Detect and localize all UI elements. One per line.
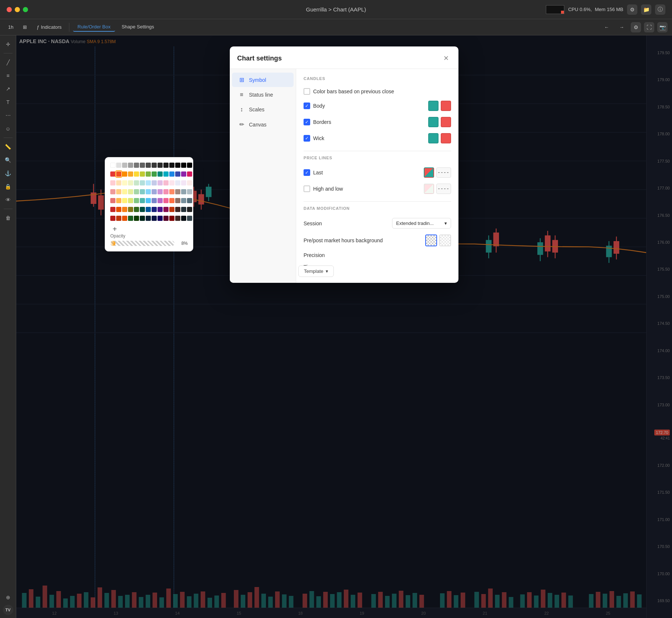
color-cell[interactable] — [175, 207, 180, 212]
minimize-button[interactable] — [15, 7, 20, 12]
layers-tool[interactable]: ⊕ — [2, 591, 14, 603]
color-cell[interactable] — [122, 163, 127, 168]
nav-item-canvas[interactable]: ✏ Canvas — [232, 117, 294, 132]
color-cell[interactable] — [128, 198, 133, 203]
color-cell[interactable] — [116, 216, 121, 221]
color-cell[interactable] — [187, 198, 192, 203]
color-cell[interactable] — [116, 189, 121, 194]
color-cell-selected[interactable] — [116, 171, 121, 177]
color-cell[interactable] — [128, 171, 133, 177]
magnifier-tool[interactable]: 🔍 — [2, 154, 14, 166]
color-cell[interactable] — [175, 198, 180, 203]
settings-icon[interactable]: ⚙ — [627, 4, 637, 15]
color-cell[interactable] — [181, 198, 186, 203]
color-cell[interactable] — [187, 180, 192, 185]
color-cell[interactable] — [181, 216, 186, 221]
color-cell[interactable] — [110, 216, 115, 221]
color-cell[interactable] — [169, 198, 174, 203]
color-cell[interactable] — [134, 198, 139, 203]
color-cell[interactable] — [110, 198, 115, 203]
color-cell[interactable] — [181, 189, 186, 194]
color-cell[interactable] — [163, 216, 169, 221]
color-cell[interactable] — [134, 189, 139, 194]
node-tool[interactable]: ⋯ — [2, 110, 14, 121]
crosshair-tool[interactable]: ✛ — [2, 38, 14, 50]
color-cell[interactable] — [116, 198, 121, 203]
nav-item-symbol[interactable]: ⊞ Symbol — [232, 73, 294, 87]
color-cell[interactable] — [110, 189, 115, 194]
color-cell[interactable] — [181, 163, 186, 168]
color-cell[interactable] — [152, 171, 157, 177]
color-cell[interactable] — [152, 189, 157, 194]
high-low-color-swatch[interactable] — [424, 184, 434, 194]
color-cell[interactable] — [181, 180, 186, 185]
color-cell[interactable] — [134, 163, 139, 168]
redo-button[interactable]: → — [616, 23, 628, 31]
nav-item-scales[interactable]: ↕ Scales — [232, 103, 294, 117]
folder-icon[interactable]: 📁 — [641, 4, 651, 15]
color-cell[interactable] — [175, 216, 180, 221]
color-cell[interactable] — [122, 180, 127, 185]
color-cell[interactable] — [157, 189, 163, 194]
color-cell[interactable] — [140, 207, 145, 212]
color-cell[interactable] — [157, 163, 163, 168]
anchor-tool[interactable]: ⚓ — [2, 167, 14, 179]
lock-tool[interactable]: 🔒 — [2, 181, 14, 192]
color-cell[interactable] — [110, 207, 115, 212]
interval-button[interactable]: 1h — [4, 23, 17, 31]
color-cell[interactable] — [187, 207, 192, 212]
color-cell[interactable] — [128, 180, 133, 185]
color-cell[interactable] — [187, 171, 192, 177]
add-custom-color-button[interactable]: + — [110, 225, 119, 233]
color-cell[interactable] — [157, 207, 163, 212]
body-color-down-swatch[interactable] — [441, 101, 451, 111]
color-cell[interactable] — [152, 207, 157, 212]
chart-settings-icon[interactable]: ⚙ — [631, 22, 641, 32]
color-cell[interactable] — [128, 163, 133, 168]
nav-item-status-line[interactable]: ≡ Status line — [232, 88, 294, 102]
borders-color-up-swatch[interactable] — [428, 117, 439, 127]
color-cell[interactable] — [140, 180, 145, 185]
trend-line-tool[interactable]: ↗ — [2, 83, 14, 95]
color-cell[interactable] — [157, 171, 163, 177]
text-tool[interactable]: T — [2, 96, 14, 108]
color-cell[interactable] — [169, 189, 174, 194]
pre-post-swatch-dark[interactable] — [425, 235, 437, 246]
last-checkbox[interactable]: ✓ — [304, 169, 310, 176]
color-cell[interactable] — [146, 198, 151, 203]
session-dropdown[interactable]: Extended tradin... ▾ — [392, 218, 451, 229]
color-cell[interactable] — [146, 171, 151, 177]
borders-checkbox[interactable]: ✓ — [304, 119, 310, 125]
color-cell[interactable] — [152, 163, 157, 168]
borders-color-down-swatch[interactable] — [441, 117, 451, 127]
color-cell[interactable] — [146, 163, 151, 168]
color-cell[interactable] — [163, 180, 169, 185]
line-tool[interactable]: ╱ — [2, 56, 14, 68]
tab-rule-order[interactable]: Rule/Order Box — [73, 22, 115, 32]
color-cell[interactable] — [128, 189, 133, 194]
color-cell[interactable] — [116, 163, 121, 168]
color-cell[interactable] — [163, 198, 169, 203]
color-cell[interactable] — [122, 216, 127, 221]
color-cell[interactable] — [187, 189, 192, 194]
color-cell[interactable] — [175, 189, 180, 194]
body-color-up-swatch[interactable] — [428, 101, 439, 111]
last-line-preview[interactable] — [436, 167, 451, 178]
tab-shape-settings[interactable]: Shape Settings — [117, 22, 159, 32]
high-low-line-preview[interactable] — [436, 184, 451, 194]
color-cell[interactable] — [146, 216, 151, 221]
color-cell[interactable] — [169, 216, 174, 221]
color-cell[interactable] — [181, 171, 186, 177]
color-cell[interactable] — [128, 207, 133, 212]
eye-tool[interactable]: 👁 — [2, 194, 14, 206]
wick-color-up-swatch[interactable] — [428, 133, 439, 143]
color-cell[interactable] — [116, 207, 121, 212]
high-low-checkbox[interactable] — [304, 185, 310, 192]
color-cell[interactable] — [140, 189, 145, 194]
maximize-button[interactable] — [23, 7, 28, 12]
color-cell[interactable] — [181, 207, 186, 212]
color-cell[interactable] — [128, 216, 133, 221]
info-icon[interactable]: ⓘ — [655, 4, 665, 15]
body-checkbox[interactable]: ✓ — [304, 103, 310, 109]
trash-tool[interactable]: 🗑 — [2, 212, 14, 224]
